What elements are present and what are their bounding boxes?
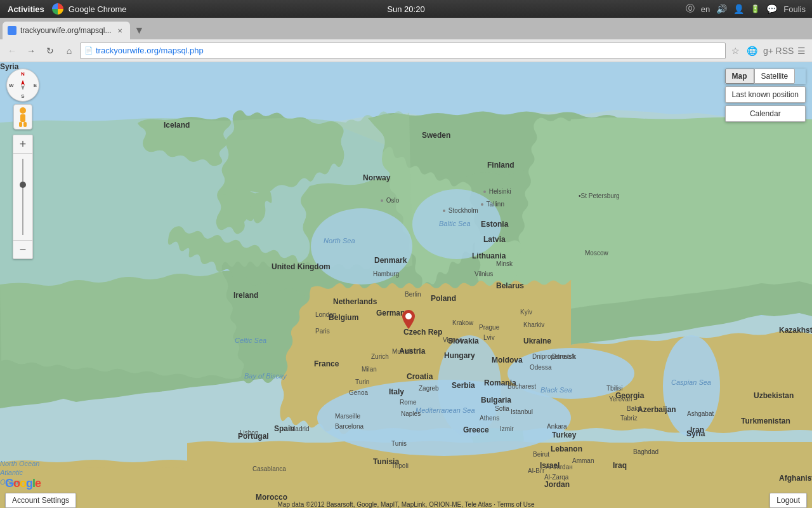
logout-button[interactable]: Logout [769,493,807,508]
logo-e: e [35,477,41,490]
svg-point-1 [311,208,412,284]
svg-point-6 [663,335,720,437]
battery-icon: 🔋 [750,4,760,13]
new-tab-button[interactable]: ▼ [130,22,148,39]
svg-rect-11 [20,114,25,122]
logo-g2: g [26,477,32,490]
bookmark-button[interactable]: ☆ [728,44,742,58]
svg-rect-12 [19,122,22,127]
svg-marker-9 [21,85,25,90]
im-icon: 💬 [766,4,777,14]
address-input[interactable] [96,46,721,55]
map-type-row: Map Satellite [725,69,806,84]
zoom-out-button[interactable]: − [13,241,32,258]
svg-point-5 [438,335,501,437]
svg-marker-8 [21,80,25,85]
menu-button[interactable]: ☰ [794,44,808,58]
svg-point-4 [508,348,634,399]
svg-point-7 [405,313,412,319]
map-svg [0,62,812,508]
map-type-buttons: Map Satellite Last known position Calend… [725,69,806,122]
browser-tab[interactable]: trackyourwife.org/mapsql... ✕ [3,22,130,39]
google-logo: Google [5,477,76,490]
username: Foulis [783,4,806,14]
address-bar-container: 📄 [80,43,726,59]
compass-east: E [34,83,37,88]
tab-favicon [8,26,16,35]
svg-rect-13 [23,122,27,127]
forward-button[interactable]: → [23,43,39,59]
logo-o2: o [20,477,26,490]
translate-button[interactable]: 🌐 [745,44,759,58]
tab-title: trackyourwife.org/mapsql... [20,26,111,35]
map-type-map-button[interactable]: Map [725,69,754,84]
rss-button[interactable]: RSS [778,44,792,58]
compass-west: W [9,83,14,88]
svg-point-10 [20,107,26,114]
zoom-slider-thumb[interactable] [20,182,26,188]
map-type-satellite-button[interactable]: Satellite [754,69,796,84]
volume-icon[interactable]: 🔊 [716,4,727,14]
lang-indicator: en [701,4,710,14]
titlebar: Activities Google Chrome Sun 20:20 ⓪ en … [0,0,812,18]
activities-label[interactable]: Activities [0,4,52,14]
googleplusone-button[interactable]: g+ [761,44,775,58]
account-settings-button[interactable]: Account Settings [5,493,76,508]
compass-south: S [21,93,24,99]
chrome-icon [52,3,63,15]
back-button[interactable]: ← [4,43,20,59]
compass-control[interactable]: N S E W [6,69,39,102]
tab-close-button[interactable]: ✕ [115,25,125,36]
last-known-position-button[interactable]: Last known position [725,86,806,103]
home-button[interactable]: ⌂ [61,43,77,59]
attribution-text: Map data ©2012 Basarsoft, Google, MapIT,… [278,501,535,508]
pegman-icon [16,107,30,127]
map-controls: N S E W + [6,69,39,259]
accessibility-icon[interactable]: ⓪ [686,3,695,15]
bottom-bar: Google Account Settings Map data ©2012 B… [0,474,812,508]
compass-arrow-icon [16,79,29,91]
zoom-slider[interactable] [22,159,23,235]
nav-bar: ← → ↻ ⌂ 📄 ☆ 🌐 g+ RSS ☰ [0,39,812,62]
page-icon: 📄 [84,46,93,55]
clock: Sun 20:20 [387,4,424,14]
logo-o1: o [13,477,20,490]
compass-north: N [21,71,25,77]
tab-bar: trackyourwife.org/mapsql... ✕ ▼ [0,18,812,39]
zoom-control[interactable]: + − [13,135,33,259]
svg-point-2 [412,189,501,259]
logo-g: G [5,477,13,490]
map-area[interactable]: Iceland Sweden Norway Finland United Kin… [0,62,812,508]
location-marker [402,310,415,329]
refresh-button[interactable]: ↻ [42,43,58,59]
user-icon[interactable]: 👤 [733,4,744,14]
zoom-in-button[interactable]: + [13,135,32,153]
pegman-button[interactable] [13,104,32,130]
calendar-button[interactable]: Calendar [725,105,806,122]
app-name-label: Google Chrome [63,4,132,14]
